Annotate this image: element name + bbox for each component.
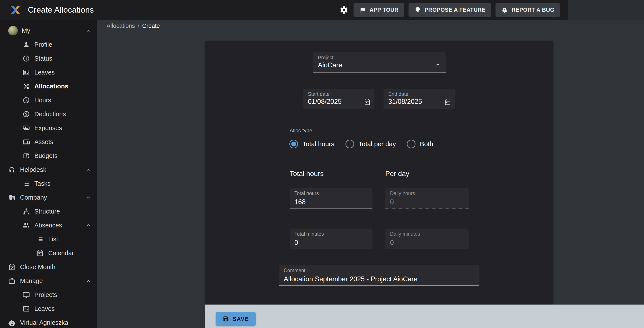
robot-icon	[8, 319, 16, 326]
clock-icon	[22, 97, 30, 104]
breadcrumb: Allocations / Create	[106, 21, 160, 30]
sidebar-item-virtual-agnieszka[interactable]: Virtual Agnieszka	[0, 316, 98, 328]
chevron-up-icon	[85, 27, 92, 34]
sidebar-item-helpdesk[interactable]: Helpdesk	[0, 163, 98, 177]
schema-icon	[22, 208, 30, 215]
sidebar-item-projects[interactable]: Projects	[0, 288, 98, 302]
chevron-up-icon	[85, 194, 92, 201]
person-icon	[22, 41, 30, 48]
wallet-icon	[22, 152, 30, 159]
calendar-picker-icon[interactable]	[444, 99, 451, 106]
radio-both[interactable]: Both	[407, 137, 433, 151]
comment-field: Comment	[279, 265, 480, 286]
per-day-section-title: Per day	[385, 170, 409, 178]
comment-input[interactable]	[284, 275, 475, 283]
sidebar-item-company[interactable]: Company	[0, 191, 98, 204]
groups-icon	[22, 222, 30, 229]
bug-icon	[501, 6, 508, 13]
sidebar-item-deductions[interactable]: Deductions	[0, 107, 98, 121]
sidebar-item-leaves[interactable]: Leaves	[0, 65, 98, 79]
sidebar-item-budgets[interactable]: Budgets	[0, 149, 98, 163]
alloc-type-label: Alloc type	[290, 127, 312, 134]
breadcrumb-separator: /	[138, 21, 140, 30]
shuffle-icon	[22, 83, 30, 90]
info-icon	[22, 55, 30, 62]
tasks-list-icon	[22, 180, 30, 187]
daily-hours-field: Daily hours	[385, 188, 468, 209]
sidebar-item-expenses[interactable]: Expenses	[0, 121, 98, 135]
sidebar-item-hours[interactable]: Hours	[0, 93, 98, 107]
sidebar-item-manage-leaves[interactable]: Leaves	[0, 302, 98, 316]
sidebar-item-structure[interactable]: Structure	[0, 204, 98, 218]
sidebar-item-absences-calendar[interactable]: Calendar	[0, 246, 98, 260]
monitor-icon	[22, 291, 30, 299]
app-tour-button[interactable]: APP TOUR	[354, 3, 404, 17]
total-hours-field: Total hours	[290, 188, 372, 209]
total-minutes-field: Total minutes	[290, 229, 372, 249]
topbar-right-panel	[568, 0, 644, 20]
paid-icon	[22, 111, 30, 118]
form-footer-bar: SAVE	[205, 305, 644, 328]
save-icon	[223, 316, 229, 322]
sidebar-item-my[interactable]: My	[0, 24, 98, 37]
propose-feature-button[interactable]: PROPOSE A FEATURE	[408, 3, 491, 17]
sidebar-item-allocations[interactable]: Allocations	[0, 79, 98, 93]
support-agent-icon	[8, 166, 16, 173]
briefcase-icon	[8, 277, 16, 285]
lightbulb-icon	[414, 6, 421, 13]
radio-icon	[346, 140, 354, 148]
sidebar-item-absences[interactable]: Absences	[0, 218, 98, 232]
save-button[interactable]: SAVE	[216, 312, 256, 326]
fact-check-icon	[22, 69, 30, 76]
total-minutes-input[interactable]	[294, 239, 368, 247]
sidebar-item-status[interactable]: Status	[0, 51, 98, 65]
radio-icon	[407, 140, 416, 148]
app-logo-icon	[9, 4, 22, 16]
topbar-actions: APP TOUR PROPOSE A FEATURE REPORT A BUG	[339, 0, 644, 20]
end-date-input[interactable]: End date 31/08/2025	[384, 89, 455, 109]
project-select[interactable]: Project AioCare	[313, 52, 446, 72]
sidebar-item-manage[interactable]: Manage	[0, 274, 98, 288]
breadcrumb-allocations[interactable]: Allocations	[106, 21, 135, 30]
settings-button[interactable]	[339, 5, 349, 15]
total-hours-input[interactable]	[294, 198, 368, 206]
report-bug-button[interactable]: REPORT A BUG	[496, 3, 560, 17]
sidebar: My Profile Status Leaves Allocations Hou…	[0, 20, 98, 328]
devices-icon	[22, 138, 30, 146]
daily-hours-input	[390, 198, 464, 206]
sidebar-item-close-month[interactable]: Close Month	[0, 260, 98, 274]
total-hours-section-title: Total hours	[290, 170, 324, 178]
caret-down-icon	[434, 61, 442, 69]
sidebar-item-assets[interactable]: Assets	[0, 135, 98, 149]
sidebar-item-tasks[interactable]: Tasks	[0, 177, 98, 191]
user-avatar	[8, 26, 18, 35]
radio-total-hours[interactable]: Total hours	[290, 137, 334, 151]
sidebar-item-absences-list[interactable]: List	[0, 232, 98, 246]
list-icon	[36, 236, 44, 243]
breadcrumb-create: Create	[142, 21, 160, 30]
chevron-up-icon	[85, 166, 92, 173]
fact-check-icon	[22, 305, 30, 312]
page-title: Create Allocations	[28, 5, 94, 14]
chevron-up-icon	[85, 278, 92, 284]
gear-icon	[340, 6, 348, 14]
daily-minutes-input	[390, 239, 464, 247]
allocation-form-card: Project AioCare Start date 01/08/2025 En…	[205, 41, 553, 305]
sidebar-item-profile[interactable]: Profile	[0, 37, 98, 51]
event-check-icon	[8, 264, 16, 271]
daily-minutes-field: Daily minutes	[385, 229, 468, 249]
start-date-input[interactable]: Start date 01/08/2025	[303, 89, 374, 109]
company-building-icon	[8, 194, 16, 201]
flag-icon	[359, 6, 366, 13]
chevron-up-icon	[85, 222, 92, 229]
topbar: Create Allocations APP TOUR PROPOSE A FE…	[0, 0, 644, 20]
calendar-picker-icon[interactable]	[364, 99, 371, 106]
calendar-icon	[36, 250, 44, 257]
radio-total-per-day[interactable]: Total per day	[346, 137, 396, 151]
payments-icon	[22, 124, 30, 132]
radio-icon	[290, 140, 298, 148]
